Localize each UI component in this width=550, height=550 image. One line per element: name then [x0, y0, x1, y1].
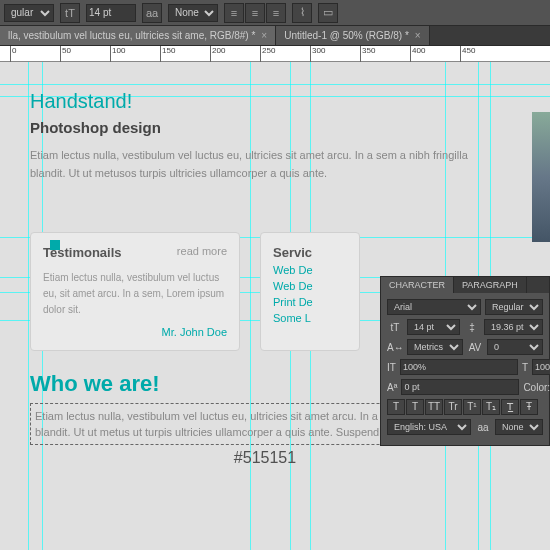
- type-style-buttons: T T TT Tr T¹ T₁ T̲ Ŧ: [387, 399, 543, 415]
- testimonial-author: Mr. John Doe: [43, 326, 227, 338]
- hscale-icon: T: [522, 362, 528, 373]
- card-body: Etiam lectus nulla, vestibulum vel luctu…: [43, 270, 227, 318]
- underline-button[interactable]: T̲: [501, 399, 519, 415]
- hscale-input[interactable]: [532, 359, 550, 375]
- tracking-select[interactable]: 0: [487, 339, 543, 355]
- language-select[interactable]: English: USA: [387, 419, 471, 435]
- baseline-input[interactable]: [401, 379, 519, 395]
- baseline-icon: Aª: [387, 382, 397, 393]
- vscale-input[interactable]: [400, 359, 518, 375]
- font-family-select[interactable]: Arial: [387, 299, 481, 315]
- service-link[interactable]: Print De: [273, 296, 347, 308]
- services-card: Servic Web De Web De Print De Some L: [260, 232, 360, 351]
- aa-icon: aa: [475, 422, 491, 433]
- font-size-select[interactable]: 14 pt: [407, 319, 460, 335]
- read-more-link[interactable]: read more: [177, 245, 227, 260]
- size-icon: tT: [387, 322, 403, 333]
- ruler-horizontal[interactable]: 0 50 100 150 200 250 300 350 400 450: [0, 46, 550, 62]
- panels-icon[interactable]: ▭: [318, 3, 338, 23]
- align-right-icon[interactable]: ≡: [266, 3, 286, 23]
- aa-select[interactable]: None: [495, 419, 543, 435]
- close-icon[interactable]: ×: [415, 30, 421, 41]
- italic-button[interactable]: T: [406, 399, 424, 415]
- tab-paragraph[interactable]: PARAGRAPH: [454, 277, 527, 293]
- align-group: ≡ ≡ ≡: [224, 3, 286, 23]
- leading-select[interactable]: 19.36 pt: [484, 319, 543, 335]
- font-size-input[interactable]: [86, 4, 136, 22]
- page-subheading: Photoshop design: [30, 119, 500, 136]
- document-tabs: lla, vestibulum vel luctus eu, ultricies…: [0, 26, 550, 46]
- leading-icon: ‡: [464, 322, 480, 333]
- doc-tab-2[interactable]: Untitled-1 @ 50% (RGB/8) *×: [276, 26, 429, 45]
- character-panel[interactable]: CHARACTER PARAGRAPH Arial Regular tT 14 …: [380, 276, 550, 446]
- superscript-button[interactable]: T¹: [463, 399, 481, 415]
- color-code-label: #515151: [30, 449, 500, 467]
- options-bar: gular tT aa None ≡ ≡ ≡ ⌇ ▭: [0, 0, 550, 26]
- font-weight-select[interactable]: Regular: [485, 299, 543, 315]
- aa-select[interactable]: None: [168, 4, 218, 22]
- selection-handle[interactable]: [50, 240, 60, 250]
- allcaps-button[interactable]: TT: [425, 399, 443, 415]
- subscript-button[interactable]: T₁: [482, 399, 500, 415]
- align-center-icon[interactable]: ≡: [245, 3, 265, 23]
- tab-character[interactable]: CHARACTER: [381, 277, 454, 293]
- bold-button[interactable]: T: [387, 399, 405, 415]
- smallcaps-button[interactable]: Tr: [444, 399, 462, 415]
- kerning-icon: A↔: [387, 342, 403, 353]
- font-style-select[interactable]: gular: [4, 4, 54, 22]
- card-title: Servic: [273, 245, 347, 260]
- image-strip: [532, 112, 550, 242]
- service-link[interactable]: Some L: [273, 312, 347, 324]
- service-link[interactable]: Web De: [273, 280, 347, 292]
- close-icon[interactable]: ×: [261, 30, 267, 41]
- strike-button[interactable]: Ŧ: [520, 399, 538, 415]
- vscale-icon: IT: [387, 362, 396, 373]
- canvas[interactable]: Handstand! Photoshop design Etiam lectus…: [0, 62, 550, 550]
- service-link[interactable]: Web De: [273, 264, 347, 276]
- warp-text-icon[interactable]: ⌇: [292, 3, 312, 23]
- kerning-select[interactable]: Metrics: [407, 339, 463, 355]
- testimonials-card: Testimonails read more Etiam lectus null…: [30, 232, 240, 351]
- page-heading: Handstand!: [30, 90, 500, 113]
- intro-paragraph: Etiam lectus nulla, vestibulum vel luctu…: [30, 146, 500, 182]
- font-size-icon: tT: [60, 3, 80, 23]
- aa-icon: aa: [142, 3, 162, 23]
- color-label: Color:: [523, 382, 550, 393]
- tracking-icon: AV: [467, 342, 483, 353]
- align-left-icon[interactable]: ≡: [224, 3, 244, 23]
- doc-tab-1[interactable]: lla, vestibulum vel luctus eu, ultricies…: [0, 26, 276, 45]
